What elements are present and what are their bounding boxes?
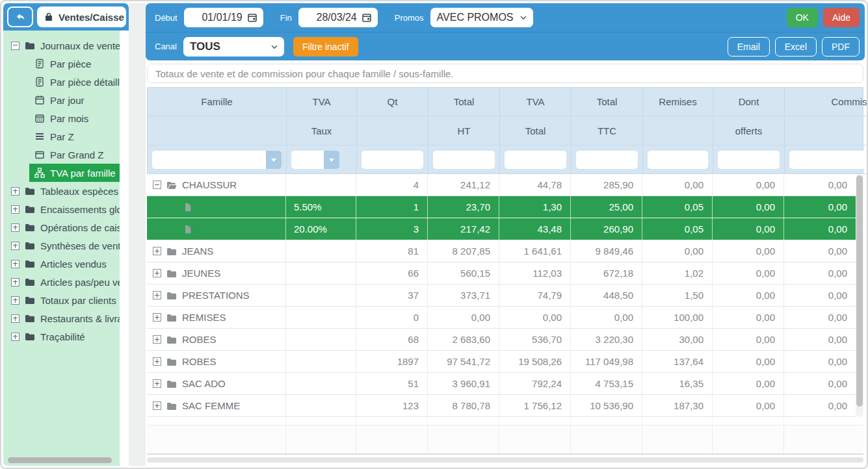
remises-cell: 0,05 [642, 218, 713, 240]
sidebar-item-tva-par-famille[interactable]: TVA par famille [29, 164, 120, 182]
sidebar-item-operations-de-caisse[interactable]: Opérations de caiss [3, 218, 120, 236]
famille-filter-input[interactable] [152, 151, 266, 169]
sidebar-item-tracabilite[interactable]: Traçabilité [3, 327, 120, 346]
back-button[interactable] [7, 6, 33, 27]
pdf-button[interactable]: PDF [822, 37, 860, 57]
commissions-cell: 0,00 [784, 240, 856, 262]
expand-icon[interactable] [153, 269, 161, 277]
sidebar-item-encaissements[interactable]: Encaissements glob [3, 200, 120, 218]
table-row-chaussur[interactable]: CHAUSSUR 4 241,12 44,78 285,90 0,00 0,00… [147, 174, 856, 196]
tva-cell [286, 329, 356, 351]
tva-total-cell: 43,48 [499, 218, 571, 240]
qt-filter-input[interactable] [362, 151, 423, 169]
excel-button[interactable]: Excel [775, 37, 817, 57]
sidebar-item-restaurants-livraison[interactable]: Restaurants & livrai [3, 309, 120, 327]
fin-date-field[interactable] [298, 8, 378, 27]
sidebar-item-par-piece[interactable]: Par pièce [3, 55, 120, 73]
sidebar-item-syntheses-de-vente[interactable]: Synthèses de vente [3, 236, 120, 255]
ok-button[interactable]: OK [787, 8, 818, 27]
table-row-tva-detail[interactable]: 5.50% 1 23,70 1,30 25,00 0,05 0,00 0,00 [147, 196, 856, 218]
expand-icon[interactable] [11, 242, 20, 250]
table-vertical-scrollbar[interactable] [856, 174, 863, 417]
sidebar-item-journaux-de-vente[interactable]: Journaux de vente [3, 36, 120, 55]
table-row-sac-ado[interactable]: SAC ADO 51 3 960,91 792,24 4 753,15 16,3… [147, 373, 856, 395]
total-ht-filter-input[interactable] [433, 151, 495, 169]
debut-date-input[interactable] [191, 12, 243, 23]
sidebar-item-totaux-par-clients[interactable]: Totaux par clients [3, 291, 120, 309]
sidebar-item-label: Par pièce détaillé [50, 77, 120, 88]
expand-icon[interactable] [153, 335, 161, 344]
sidebar-item-par-piece-detaille[interactable]: Par pièce détaillé [3, 73, 120, 91]
expand-icon[interactable] [153, 401, 161, 410]
sidebar-item-tableaux-especes[interactable]: Tableaux espèces [3, 182, 120, 200]
sidebar-item-par-mois[interactable]: Par mois [3, 109, 120, 127]
box-icon [34, 149, 45, 160]
expand-icon[interactable] [153, 313, 161, 322]
tva-total-cell: 1,30 [499, 196, 571, 218]
total-ttc-cell: 448,50 [571, 285, 642, 307]
expand-icon[interactable] [11, 278, 20, 286]
sidebar-item-par-z[interactable]: Par Z [3, 127, 120, 146]
promos-select[interactable]: AVEC PROMOS [430, 8, 533, 27]
column-subheader-ttc: TTC [572, 116, 643, 146]
dont-offerts-filter-input[interactable] [718, 151, 780, 169]
sidebar-item-label: Articles vendus [40, 259, 107, 270]
sidebar-item-label: Traçabilité [40, 331, 85, 342]
app-switcher-button[interactable]: Ventes/Caisse [37, 6, 126, 27]
table-row-robes-2[interactable]: ROBES 1897 97 541,72 19 508,26 117 049,9… [147, 351, 856, 373]
email-button[interactable]: Email [728, 37, 770, 57]
expand-icon[interactable] [153, 247, 161, 255]
total-ttc-cell: 4 753,15 [571, 373, 642, 395]
table-row-sac-femme[interactable]: SAC FEMME 123 8 780,78 1 756,12 10 536,9… [147, 395, 856, 417]
column-header-famille: Famille [148, 88, 287, 116]
expand-icon[interactable] [11, 333, 20, 341]
table-horizontal-scrollbar[interactable] [147, 457, 863, 463]
total-ttc-filter-input[interactable] [576, 151, 638, 169]
filtre-inactif-button[interactable]: Filtre inactif [293, 37, 358, 57]
expand-icon[interactable] [11, 205, 20, 214]
expand-icon[interactable] [153, 357, 161, 366]
sidebar-horizontal-scrollbar[interactable] [8, 457, 112, 463]
expand-icon[interactable] [11, 314, 20, 323]
fin-date-input[interactable] [305, 12, 357, 23]
table-row-prestations[interactable]: PRESTATIONS 37 373,71 74,79 448,50 1,50 … [147, 285, 856, 307]
table-row-jeunes[interactable]: JEUNES 66 560,15 112,03 672,18 1,02 0,00… [147, 262, 856, 285]
famille-filter-dropdown-button[interactable] [266, 151, 282, 169]
canal-label: Canal [155, 42, 177, 51]
tva-filter-dropdown-button[interactable] [324, 151, 339, 169]
expand-icon[interactable] [11, 296, 20, 305]
scrollbar-thumb[interactable] [856, 175, 863, 407]
tva-filter-input[interactable] [291, 151, 324, 169]
column-subheader-total: Total [500, 116, 572, 146]
sidebar-item-par-jour[interactable]: Par jour [3, 91, 120, 109]
sidebar-item-label: Journaux de vente [40, 40, 120, 51]
table-row-jeans[interactable]: JEANS 81 8 207,85 1 641,61 9 849,46 0,00… [147, 240, 856, 262]
tva-total-filter-input[interactable] [505, 151, 566, 169]
collapse-icon[interactable] [153, 181, 161, 189]
table-row-robes-1[interactable]: ROBES 68 2 683,60 536,70 3 220,30 30,00 … [147, 329, 856, 351]
expand-icon[interactable] [153, 291, 161, 299]
table-row-remises[interactable]: REMISES 0 0,00 0,00 0,00 100,00 0,00 0,0… [147, 307, 856, 329]
aide-button[interactable]: Aide [823, 8, 860, 27]
tva-total-cell: 44,78 [499, 174, 571, 196]
expand-icon[interactable] [11, 187, 20, 196]
canal-select[interactable]: TOUS [183, 37, 284, 57]
remises-filter-input[interactable] [648, 151, 708, 169]
collapse-icon[interactable] [11, 42, 20, 50]
commissions-filter-input[interactable] [789, 151, 868, 169]
famille-label: SAC ADO [182, 378, 226, 389]
sidebar-item-articles-vendus[interactable]: Articles vendus [3, 255, 120, 273]
expand-icon[interactable] [11, 223, 20, 232]
qt-cell: 3 [356, 218, 428, 240]
folder-icon [166, 335, 177, 345]
expand-icon[interactable] [11, 260, 20, 268]
sidebar-item-articles-pas-peu-vendus[interactable]: Articles pas/peu ver [3, 273, 120, 291]
sidebar-item-par-grand-z[interactable]: Par Grand Z [3, 146, 120, 164]
famille-label: SAC FEMME [182, 400, 240, 411]
debut-date-field[interactable] [184, 8, 263, 27]
filter-cell-qt [357, 146, 428, 174]
sidebar-tree: Journaux de vente Par pièce Par pièce dé… [3, 31, 120, 466]
table-row-tva-detail[interactable]: 20.00% 3 217,42 43,48 260,90 0,05 0,00 0… [147, 218, 856, 240]
tva-total-cell: 1 756,12 [499, 395, 571, 417]
expand-icon[interactable] [153, 379, 161, 388]
